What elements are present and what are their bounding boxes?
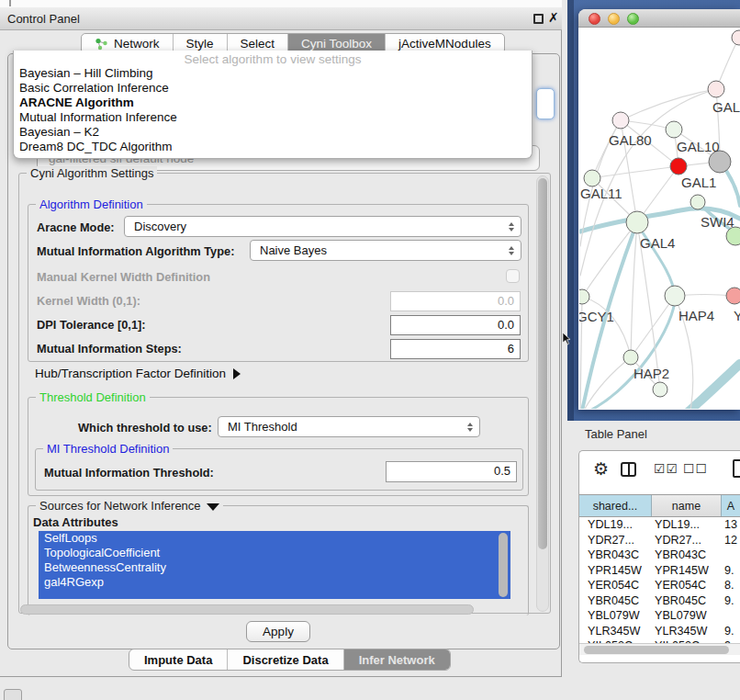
algorithm-option[interactable]: Bayesian – K2	[14, 125, 532, 140]
table-horizontal-scrollbar[interactable]	[579, 643, 740, 655]
tab-infer-network[interactable]: Infer Network	[344, 649, 450, 670]
table-row[interactable]: YPR145WYPR145W9.	[579, 563, 740, 579]
gear-icon[interactable]: ⚙	[593, 458, 609, 479]
column-browser-icon[interactable]	[621, 462, 636, 477]
algorithm-option[interactable]: ARACNE Algorithm	[14, 96, 532, 110]
table-cell[interactable]: YBR043C	[579, 548, 652, 563]
attribute-list-item[interactable]: TopologicalCoefficient	[39, 546, 510, 560]
table-row[interactable]: YDR27...YDR27...12	[579, 533, 740, 548]
table-cell[interactable]: YBL079W	[579, 608, 652, 624]
algorithm-option[interactable]: Dream8 DC_TDC Algorithm	[14, 140, 532, 154]
network-edge[interactable]	[631, 222, 637, 357]
node-gcy1[interactable]	[579, 289, 589, 304]
table-cell[interactable]: 9.	[722, 563, 740, 579]
aracne-mode-combobox[interactable]: Discovery	[124, 216, 521, 237]
float-window-icon[interactable]	[533, 14, 544, 24]
node-hap2[interactable]	[623, 350, 638, 365]
data-attributes-list[interactable]: SelfLoopsTopologicalCoefficientBetweenne…	[39, 531, 510, 599]
table-cell[interactable]: YBR043C	[652, 548, 722, 563]
table-cell[interactable]: YLR345W	[652, 624, 722, 639]
table-cell[interactable]: YDR27...	[579, 533, 652, 548]
panel-corner-button[interactable]	[4, 689, 22, 700]
table-cell[interactable]: YER054C	[579, 578, 652, 593]
mi-steps-field[interactable]: 6	[390, 339, 521, 359]
network-edge[interactable]	[582, 222, 637, 297]
which-threshold-combobox[interactable]: MI Threshold	[218, 416, 480, 437]
tab-discretize-data[interactable]: Discretize Data	[228, 649, 343, 670]
node-green-right[interactable]	[726, 227, 740, 245]
node-gal1[interactable]	[670, 158, 687, 175]
algorithm-dropdown-list[interactable]: Select algorithm to view settings Bayesi…	[13, 51, 533, 159]
mi-threshold-field[interactable]: 0.5	[386, 461, 517, 482]
table-cell[interactable]: YBR045C	[579, 593, 652, 609]
table-cell[interactable]: YDL19...	[579, 517, 652, 533]
hub-definition-toggle[interactable]: Hub/Transcription Factor Definition	[35, 367, 241, 380]
attribute-list-item[interactable]: BetweennessCentrality	[39, 560, 510, 575]
table-cell[interactable]	[722, 548, 740, 563]
table-cell[interactable]: 9.	[722, 593, 740, 609]
column-header-shared-name[interactable]: shared...	[579, 495, 652, 516]
table-row[interactable]: YBR045CYBR045C9.	[579, 593, 740, 609]
table-cell[interactable]: YBR045C	[652, 593, 722, 609]
network-window-titlebar[interactable]	[578, 9, 740, 28]
network-edge[interactable]	[592, 166, 678, 178]
node-gal10[interactable]	[666, 121, 682, 138]
scrollbar-thumb[interactable]	[538, 178, 547, 549]
table-cell[interactable]: YDR27...	[652, 533, 722, 548]
table-row[interactable]: YDL19...YDL19...13	[579, 517, 740, 533]
zoom-traffic-light-icon[interactable]	[627, 13, 639, 25]
node-bottom[interactable]	[653, 382, 667, 397]
scrollbar-thumb[interactable]	[584, 646, 729, 654]
network-edge[interactable]	[582, 297, 631, 357]
table-cell[interactable]: YER054C	[652, 578, 722, 593]
table-cell[interactable]: YPR145W	[579, 563, 652, 579]
node-swi4[interactable]	[690, 195, 705, 209]
column-header-partial[interactable]: A	[722, 495, 740, 516]
node-gal-partial[interactable]	[708, 81, 724, 97]
control-panel-titlebar[interactable]	[0, 7, 562, 30]
attribute-list-item[interactable]: gal4RGexp	[39, 575, 510, 590]
algorithm-option[interactable]: Bayesian – Hill Climbing	[14, 66, 532, 81]
table-row[interactable]: YBR043CYBR043C	[579, 548, 740, 563]
node-gal4[interactable]	[626, 211, 648, 233]
column-header-name[interactable]: name	[652, 495, 722, 516]
sources-toggle[interactable]: Sources for Network Inference	[36, 499, 223, 513]
table-cell[interactable]: 9.	[722, 624, 740, 639]
deselect-all-checkboxes-icon[interactable]: ☐☐	[683, 461, 708, 476]
attribute-list-item[interactable]: SelfLoops	[39, 531, 510, 546]
table-cell[interactable]: 12	[722, 533, 740, 548]
kernel-width-field[interactable]: 0.0	[390, 291, 521, 311]
table-cell[interactable]: YBL079W	[652, 608, 722, 624]
apply-button[interactable]: Apply	[246, 621, 310, 642]
table-cell[interactable]: YDL19...	[652, 517, 722, 533]
table-cell[interactable]: YLR345W	[579, 624, 652, 639]
algorithm-combobox-edge[interactable]	[536, 88, 555, 119]
list-scrollbar-thumb[interactable]	[499, 533, 508, 597]
dpi-tolerance-field[interactable]: 0.0	[390, 315, 521, 335]
node-gal11[interactable]	[584, 170, 600, 186]
close-panel-icon[interactable]: ✗	[548, 10, 559, 25]
table-cell[interactable]	[722, 608, 740, 624]
minimize-traffic-light-icon[interactable]	[608, 13, 620, 25]
mi-algorithm-type-combobox[interactable]: Naive Bayes	[250, 240, 521, 261]
network-edge-strong[interactable]	[689, 364, 740, 409]
table-row[interactable]: YBL079WYBL079W	[579, 608, 740, 624]
select-all-checkboxes-icon[interactable]: ☑☑	[654, 461, 678, 476]
algorithm-option[interactable]: Mutual Information Inference	[14, 110, 532, 125]
node-hap4[interactable]	[665, 286, 685, 306]
node-salmon[interactable]	[726, 288, 740, 304]
table-row[interactable]: YER054CYER054C8.	[579, 578, 740, 593]
manual-kernel-width-checkbox[interactable]	[506, 269, 520, 283]
table-cell[interactable]: 13	[722, 517, 740, 533]
node-partial-top[interactable]	[732, 30, 740, 45]
node-gal80[interactable]	[612, 112, 629, 129]
table-row[interactable]: YLR345WYLR345W9.	[579, 624, 740, 639]
settings-horizontal-scrollbar[interactable]	[20, 604, 474, 615]
table-cell[interactable]: 8.	[722, 578, 740, 593]
network-canvas[interactable]: GALGAL80GAL10GAL1GAL11SWI4GAL4GCY1HAP4YH…	[579, 28, 740, 409]
algorithm-option[interactable]: Basic Correlation Inference	[14, 81, 532, 96]
table-body[interactable]: YDL19...YDL19...13YDR27...YDR27...12YBR0…	[579, 517, 740, 643]
network-edge[interactable]	[592, 120, 621, 178]
tab-impute-data[interactable]: Impute Data	[129, 649, 228, 670]
close-traffic-light-icon[interactable]	[589, 13, 600, 25]
